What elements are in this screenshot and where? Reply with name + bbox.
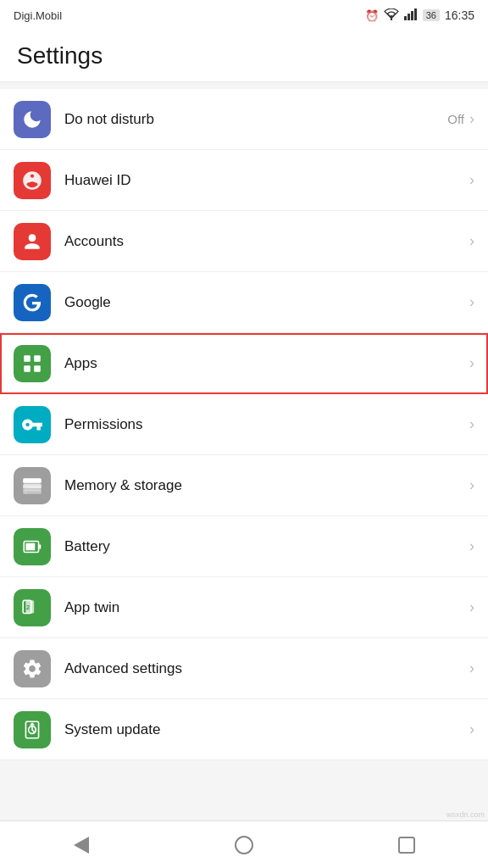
back-icon	[74, 837, 89, 854]
battery-chevron: ›	[469, 537, 474, 555]
settings-item-advanced-settings[interactable]: Advanced settings›	[0, 638, 488, 699]
settings-item-google[interactable]: Google›	[0, 272, 488, 333]
settings-item-memory-storage[interactable]: Memory & storage›	[0, 455, 488, 516]
battery-indicator: 36	[423, 9, 440, 21]
memory-storage-icon	[14, 467, 51, 504]
home-button[interactable]	[219, 828, 269, 862]
svg-text:2: 2	[26, 604, 30, 611]
svg-rect-4	[414, 8, 417, 20]
watermark: wsxdn.com	[446, 810, 485, 819]
apps-icon	[14, 345, 51, 382]
wifi-icon	[384, 8, 399, 23]
svg-rect-5	[24, 355, 30, 362]
svg-rect-3	[411, 11, 413, 20]
accounts-label: Accounts	[64, 233, 469, 250]
svg-rect-2	[408, 14, 410, 20]
permissions-label: Permissions	[64, 416, 469, 433]
battery-icon	[14, 528, 51, 565]
google-label: Google	[64, 294, 469, 311]
battery-label: Battery	[64, 538, 469, 555]
memory-storage-chevron: ›	[469, 476, 474, 494]
settings-item-app-twin[interactable]: 2App twin›	[0, 577, 488, 638]
settings-item-huawei-id[interactable]: Huawei ID›	[0, 150, 488, 211]
advanced-settings-chevron: ›	[469, 659, 474, 677]
apps-label: Apps	[64, 355, 469, 372]
google-chevron: ›	[469, 293, 474, 311]
svg-rect-9	[23, 478, 42, 482]
app-twin-label: App twin	[64, 599, 469, 616]
svg-rect-6	[34, 355, 41, 362]
home-icon	[235, 836, 253, 854]
svg-point-0	[391, 18, 392, 19]
svg-rect-11	[23, 489, 42, 493]
app-twin-chevron: ›	[469, 598, 474, 616]
settings-item-accounts[interactable]: Accounts›	[0, 211, 488, 272]
svg-rect-14	[25, 542, 35, 550]
do-not-disturb-value: Off	[447, 112, 464, 126]
nav-bar	[0, 821, 488, 868]
do-not-disturb-icon	[14, 101, 51, 138]
signal-icon	[404, 8, 418, 23]
settings-list: Do not disturbOff›Huawei ID›Accounts›Goo…	[0, 89, 488, 760]
google-icon	[14, 284, 51, 321]
carrier-label: Digi.Mobil	[14, 9, 62, 22]
accounts-icon	[14, 223, 51, 260]
settings-item-apps[interactable]: Apps›	[0, 333, 488, 394]
apps-chevron: ›	[469, 354, 474, 372]
svg-rect-10	[23, 483, 42, 487]
settings-item-system-update[interactable]: System update›	[0, 699, 488, 760]
alarm-icon: ⏰	[365, 9, 379, 22]
memory-storage-label: Memory & storage	[64, 477, 469, 494]
settings-item-battery[interactable]: Battery›	[0, 516, 488, 577]
svg-rect-1	[404, 16, 407, 20]
settings-item-permissions[interactable]: Permissions›	[0, 394, 488, 455]
recent-button[interactable]	[381, 828, 432, 862]
app-twin-icon: 2	[14, 589, 51, 626]
recent-icon	[398, 837, 415, 854]
huawei-id-icon	[14, 162, 51, 199]
do-not-disturb-chevron: ›	[469, 110, 474, 128]
do-not-disturb-label: Do not disturb	[64, 111, 447, 128]
permissions-chevron: ›	[469, 415, 474, 433]
advanced-settings-label: Advanced settings	[64, 660, 469, 677]
svg-rect-13	[39, 544, 41, 548]
status-icons: ⏰ 36 16:35	[365, 8, 474, 23]
system-update-icon	[14, 711, 51, 748]
accounts-chevron: ›	[469, 232, 474, 250]
system-update-label: System update	[64, 721, 469, 738]
back-button[interactable]	[56, 828, 107, 862]
svg-rect-7	[24, 365, 30, 372]
page-title-bar: Settings	[0, 31, 488, 82]
system-update-chevron: ›	[469, 721, 474, 738]
page-title: Settings	[17, 42, 471, 70]
svg-rect-8	[34, 365, 41, 372]
huawei-id-label: Huawei ID	[64, 172, 469, 189]
huawei-id-chevron: ›	[469, 171, 474, 189]
permissions-icon	[14, 406, 51, 443]
time-label: 16:35	[445, 8, 474, 22]
settings-item-do-not-disturb[interactable]: Do not disturbOff›	[0, 89, 488, 150]
status-bar: Digi.Mobil ⏰ 36 16:35	[0, 0, 488, 31]
advanced-settings-icon	[14, 650, 51, 687]
